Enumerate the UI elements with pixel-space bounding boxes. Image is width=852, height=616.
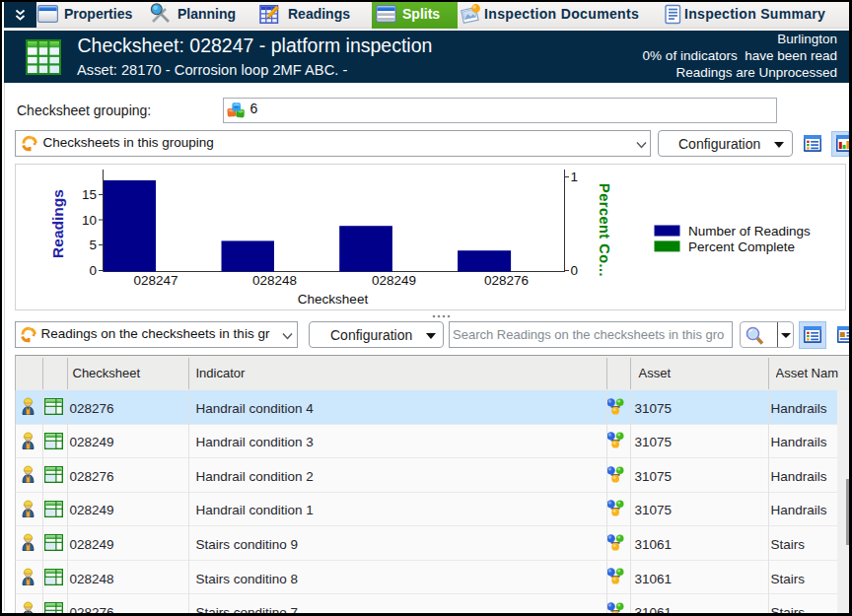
svg-text:5: 5 [89,238,97,252]
svg-text:028248: 028248 [251,272,296,287]
svg-text:Number of Readings: Number of Readings [688,223,811,238]
svg-text:Percent Complete: Percent Complete [688,239,795,253]
svg-text:10: 10 [81,212,96,227]
svg-text:Checksheet: Checksheet [297,292,368,307]
svg-text:1: 1 [570,170,578,184]
svg-text:028247: 028247 [133,272,178,287]
svg-text:15: 15 [81,187,96,202]
svg-text:Percent Co...: Percent Co... [597,183,612,277]
svg-text:0: 0 [570,263,578,278]
svg-text:0: 0 [89,263,97,278]
svg-text:028276: 028276 [483,272,528,287]
svg-text:Readings: Readings [49,189,66,258]
svg-text:028249: 028249 [371,272,415,287]
